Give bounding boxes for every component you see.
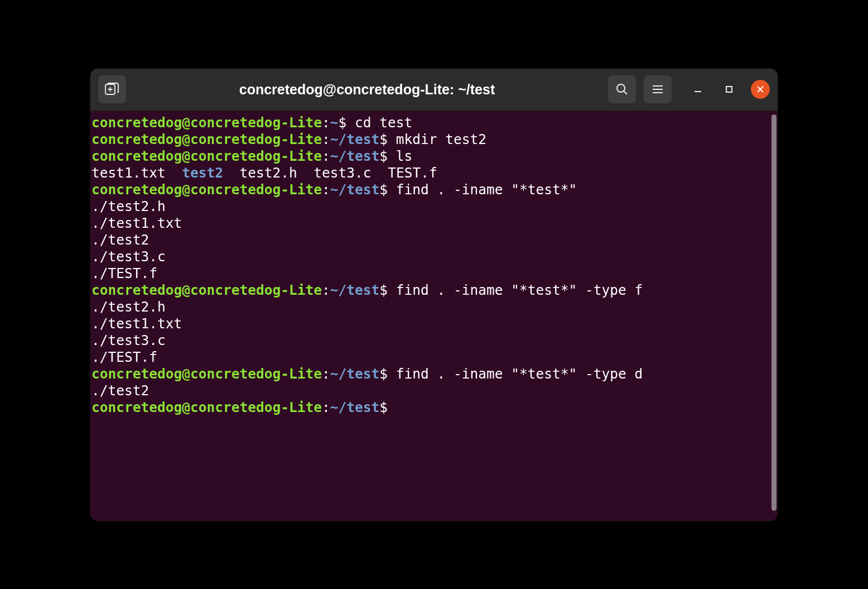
menu-button[interactable] — [644, 75, 672, 103]
new-tab-icon — [105, 83, 119, 96]
output-line: ./test2 — [91, 382, 777, 399]
output-line: ./test3.c — [91, 332, 777, 349]
close-icon — [756, 85, 764, 93]
svg-line-4 — [624, 92, 628, 95]
hamburger-icon — [652, 83, 664, 95]
search-button[interactable] — [608, 75, 636, 103]
prompt-path: ~/test — [330, 148, 380, 164]
output-line: ./test2.h — [91, 198, 777, 215]
command-text: ls — [388, 148, 412, 164]
prompt-colon: : — [322, 131, 330, 147]
terminal-window: concretedog@concretedog-Lite: ~/test — [90, 69, 778, 521]
prompt-userhost: concretedog@concretedog-Lite — [91, 366, 322, 382]
new-tab-button[interactable] — [98, 75, 126, 103]
titlebar: concretedog@concretedog-Lite: ~/test — [90, 69, 778, 111]
output-line: ./TEST.f — [91, 265, 777, 282]
command-text: find . -iname "*test*" -type d — [388, 366, 643, 382]
prompt-dollar: $ — [379, 131, 388, 147]
prompt-line: concretedog@concretedog-Lite:~/test$ fin… — [91, 366, 777, 382]
command-text — [388, 399, 396, 415]
prompt-line: concretedog@concretedog-Lite:~/test$ fin… — [91, 282, 777, 299]
prompt-userhost: concretedog@concretedog-Lite — [91, 148, 322, 164]
prompt-line: concretedog@concretedog-Lite:~/test$ fin… — [91, 181, 777, 198]
prompt-path: ~/test — [330, 181, 380, 198]
prompt-colon: : — [322, 366, 330, 382]
prompt-path: ~/test — [330, 282, 380, 298]
prompt-line: concretedog@concretedog-Lite:~/test$ mkd… — [91, 131, 777, 148]
prompt-dollar: $ — [379, 366, 388, 382]
output-line: ./test2.h — [91, 299, 777, 315]
scrollbar[interactable] — [771, 114, 777, 511]
prompt-colon: : — [322, 282, 330, 298]
prompt-line: concretedog@concretedog-Lite:~$ cd test — [91, 114, 777, 131]
ls-file: test3.c — [314, 165, 371, 181]
search-icon — [616, 83, 628, 95]
window-controls — [688, 80, 770, 99]
prompt-line: concretedog@concretedog-Lite:~/test$ ls — [91, 148, 777, 165]
terminal-viewport[interactable]: concretedog@concretedog-Lite:~$ cd testc… — [90, 111, 778, 521]
prompt-userhost: concretedog@concretedog-Lite — [91, 131, 322, 147]
maximize-icon — [725, 85, 733, 93]
command-text: cd test — [346, 114, 412, 131]
prompt-userhost: concretedog@concretedog-Lite — [91, 282, 322, 298]
ls-file: TEST.f — [388, 165, 437, 181]
ls-directory: test2 — [182, 165, 223, 181]
command-text: find . -iname "*test*" — [388, 181, 577, 198]
prompt-path: ~ — [330, 114, 339, 131]
ls-file: test2.h — [240, 165, 297, 181]
window-title: concretedog@concretedog-Lite: ~/test — [134, 82, 600, 98]
maximize-button[interactable] — [720, 80, 739, 99]
prompt-dollar: $ — [339, 114, 347, 131]
ls-file: test1.txt — [91, 165, 166, 181]
output-line: ./test1.txt — [91, 215, 777, 232]
svg-point-3 — [617, 84, 625, 92]
prompt-dollar: $ — [379, 399, 388, 415]
prompt-dollar: $ — [379, 282, 388, 298]
svg-rect-9 — [726, 87, 732, 92]
command-text: mkdir test2 — [388, 131, 486, 147]
output-line: ./TEST.f — [91, 349, 777, 366]
prompt-colon: : — [322, 399, 330, 415]
prompt-path: ~/test — [330, 399, 380, 415]
prompt-colon: : — [322, 114, 330, 131]
minimize-icon — [693, 85, 702, 94]
prompt-colon: : — [322, 181, 330, 198]
output-line: ./test1.txt — [91, 315, 777, 332]
command-text: find . -iname "*test*" -type f — [388, 282, 643, 298]
ls-output-line: test1.txt test2 test2.h test3.c TEST.f — [91, 165, 777, 181]
prompt-line: concretedog@concretedog-Lite:~/test$ — [91, 399, 777, 416]
close-button[interactable] — [751, 80, 770, 99]
prompt-userhost: concretedog@concretedog-Lite — [91, 181, 322, 198]
output-line: ./test3.c — [91, 248, 777, 265]
prompt-path: ~/test — [330, 366, 380, 382]
prompt-dollar: $ — [379, 181, 388, 198]
prompt-userhost: concretedog@concretedog-Lite — [91, 399, 322, 415]
prompt-colon: : — [322, 148, 330, 164]
prompt-dollar: $ — [379, 148, 388, 164]
minimize-button[interactable] — [688, 80, 707, 99]
prompt-userhost: concretedog@concretedog-Lite — [91, 114, 322, 131]
output-line: ./test2 — [91, 232, 777, 248]
prompt-path: ~/test — [330, 131, 380, 147]
